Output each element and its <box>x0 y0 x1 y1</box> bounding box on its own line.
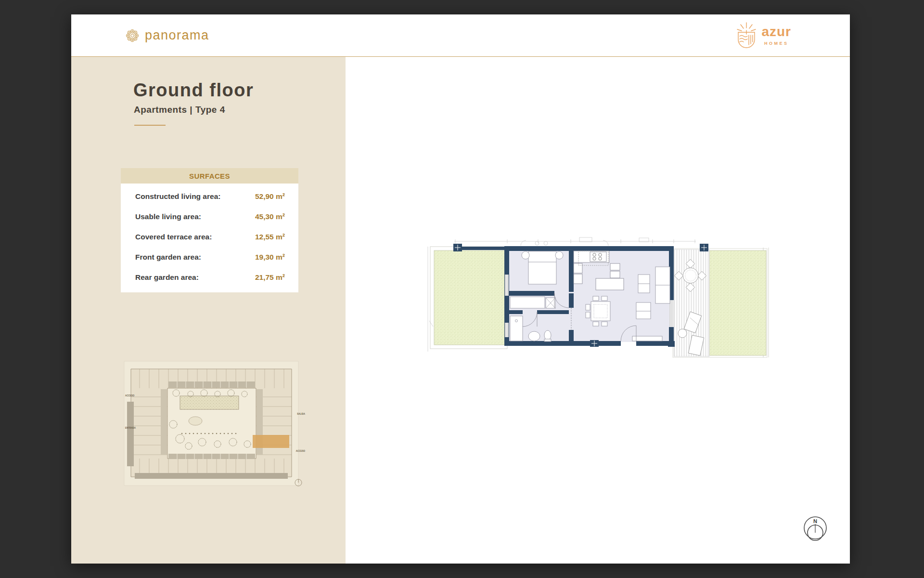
north-arrow-icon: N <box>800 514 831 545</box>
front-garden <box>434 250 507 345</box>
north-letter: N <box>813 518 817 524</box>
apartment-floor-plan <box>426 234 783 360</box>
main-panel: N <box>346 57 850 564</box>
azur-logo-tagline: HOMES <box>764 41 789 46</box>
table-row: Front garden area: 19,30 m² <box>121 247 298 267</box>
table-row: Usable living area: 45,30 m² <box>121 207 298 227</box>
surfaces-table-header: SURFACES <box>121 168 298 184</box>
row-value: 19,30 m² <box>255 253 285 262</box>
exit-label: SALIDA <box>297 413 306 415</box>
entrance-label: ENTRADA <box>125 427 136 429</box>
surfaces-table: SURFACES Constructed living area: 52,90 … <box>121 168 298 292</box>
row-value: 21,75 m² <box>255 273 285 282</box>
page-header: panorama <box>71 14 850 57</box>
row-value: 52,90 m² <box>255 192 285 201</box>
site-key-plan: ACCESO ENTRADA SALIDA ACCESO <box>123 359 306 490</box>
pond <box>189 417 202 425</box>
row-label: Front garden area: <box>135 253 201 262</box>
row-value: 12,55 m² <box>255 233 285 241</box>
pergola-dots <box>181 433 237 434</box>
panorama-logo-text: panorama <box>145 28 209 43</box>
azur-sun-shield-icon <box>736 22 757 50</box>
page-title: Ground floor <box>133 80 254 101</box>
table-row: Constructed living area: 52,90 m² <box>121 186 298 207</box>
table-row: Rear garden area: 21,75 m² <box>121 267 298 288</box>
panorama-logo: panorama <box>124 27 209 44</box>
row-label: Covered terrace area: <box>135 233 212 241</box>
gold-divider <box>134 125 166 126</box>
row-value: 45,30 m² <box>255 212 285 221</box>
pool <box>180 396 239 409</box>
access-label: ACCESO <box>125 394 135 397</box>
highlighted-unit <box>253 435 289 448</box>
brochure-page: panorama <box>71 14 850 564</box>
azur-logo-text: azur <box>761 25 791 39</box>
row-label: Usable living area: <box>135 212 201 221</box>
azur-logo: azur HOMES <box>736 22 791 50</box>
page-subtitle: Apartments | Type 4 <box>134 105 225 115</box>
rear-garden <box>709 250 766 355</box>
row-label: Constructed living area: <box>135 192 220 201</box>
sidebar: Ground floor Apartments | Type 4 SURFACE… <box>71 57 346 564</box>
row-label: Rear garden area: <box>135 273 199 282</box>
surfaces-table-body: Constructed living area: 52,90 m² Usable… <box>121 184 298 292</box>
panorama-mandala-icon <box>124 27 141 44</box>
access-label-2: ACCESO <box>296 450 306 452</box>
table-row: Covered terrace area: 12,55 m² <box>121 227 298 247</box>
